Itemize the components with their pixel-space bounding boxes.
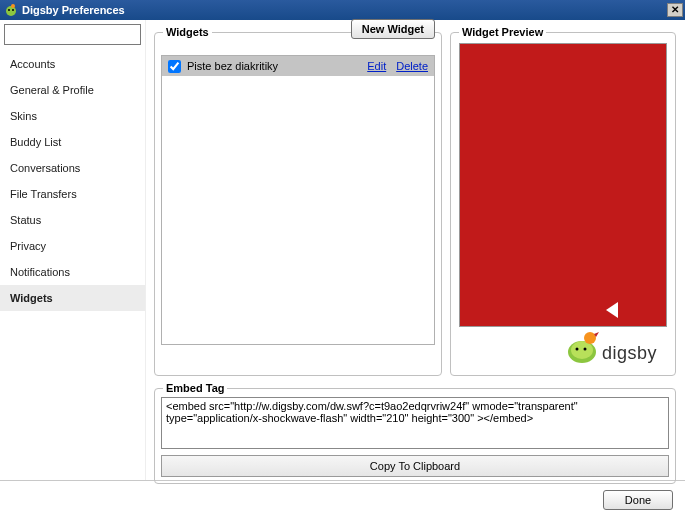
sidebar-item-accounts[interactable]: Accounts [0,51,145,77]
sidebar-item-status[interactable]: Status [0,207,145,233]
speech-arrow-icon [606,302,618,318]
close-button[interactable]: ✕ [667,3,683,17]
content: Widgets New Widget Piste bez diakritiky … [146,20,685,480]
digsby-logo: digsby [560,320,668,364]
footer: Done [0,480,685,518]
sidebar-item-conversations[interactable]: Conversations [0,155,145,181]
preview-legend: Widget Preview [459,26,546,38]
widget-checkbox[interactable] [168,60,181,73]
svg-point-9 [576,348,579,351]
widget-title: Piste bez diakritiky [187,60,357,72]
sidebar: Accounts General & Profile Skins Buddy L… [0,20,146,480]
app-icon [4,3,18,17]
widget-delete-link[interactable]: Delete [396,60,428,72]
search-input[interactable] [4,24,141,45]
svg-point-2 [8,9,10,11]
embed-textarea[interactable] [161,397,669,449]
embed-panel: Embed Tag Copy To Clipboard [154,388,676,484]
sidebar-item-buddy-list[interactable]: Buddy List [0,129,145,155]
sidebar-item-privacy[interactable]: Privacy [0,233,145,259]
sidebar-item-notifications[interactable]: Notifications [0,259,145,285]
svg-point-8 [584,332,596,344]
svg-point-0 [6,6,16,16]
sidebar-item-widgets[interactable]: Widgets [0,285,145,311]
embed-legend: Embed Tag [163,382,227,394]
done-button[interactable]: Done [603,490,673,510]
preview-panel: Widget Preview digsby [450,32,676,376]
svg-point-10 [584,348,587,351]
svg-point-3 [12,9,14,11]
titlebar: Digsby Preferences ✕ [0,0,685,20]
digsby-mascot-icon [560,324,600,364]
new-widget-button[interactable]: New Widget [351,19,435,39]
svg-point-1 [11,4,15,8]
widget-edit-link[interactable]: Edit [367,60,386,72]
digsby-logo-text: digsby [602,343,657,364]
widget-list: Piste bez diakritiky Edit Delete [161,55,435,345]
widget-row[interactable]: Piste bez diakritiky Edit Delete [162,56,434,76]
copy-to-clipboard-button[interactable]: Copy To Clipboard [161,455,669,477]
widget-preview: digsby [459,43,667,327]
sidebar-item-skins[interactable]: Skins [0,103,145,129]
sidebar-item-general-profile[interactable]: General & Profile [0,77,145,103]
sidebar-item-file-transfers[interactable]: File Transfers [0,181,145,207]
widgets-panel: Widgets New Widget Piste bez diakritiky … [154,32,442,376]
window-title: Digsby Preferences [22,4,667,16]
widgets-legend: Widgets [163,26,212,38]
